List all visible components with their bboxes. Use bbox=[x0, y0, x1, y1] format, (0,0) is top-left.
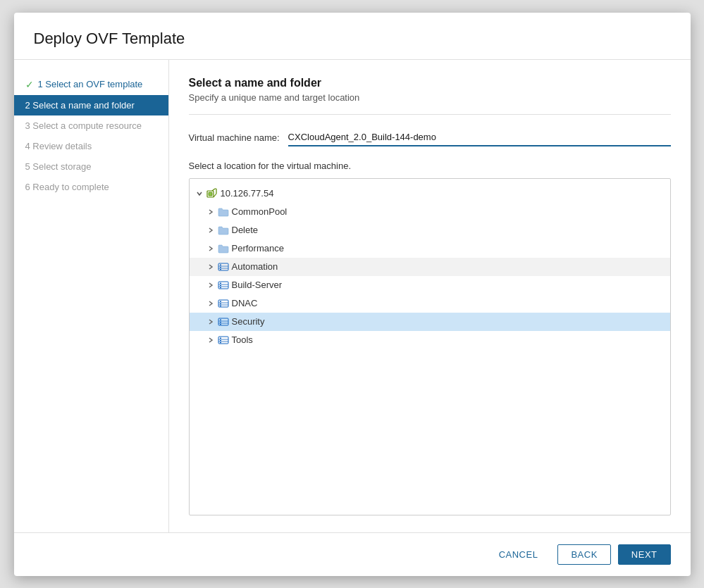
dialog-body: ✓ 1 Select an OVF template 2 Select a na… bbox=[14, 60, 691, 532]
datacenter-icon bbox=[218, 261, 229, 273]
tree-item-build-server-label: Build-Server bbox=[232, 280, 283, 290]
svg-line-2 bbox=[212, 189, 215, 191]
svg-rect-9 bbox=[220, 264, 221, 265]
vm-name-input[interactable] bbox=[288, 129, 671, 146]
tree-item-security[interactable]: Security bbox=[190, 313, 670, 331]
tree-item-performance-label: Performance bbox=[232, 243, 284, 254]
datacenter-icon bbox=[218, 334, 229, 346]
datacenter-icon bbox=[218, 280, 229, 291]
content-divider bbox=[189, 114, 671, 115]
vm-name-label: Virtual machine name: bbox=[189, 132, 280, 143]
next-button[interactable]: NEXT bbox=[618, 544, 671, 565]
tree-item-commonpool-label: CommonPool bbox=[232, 206, 288, 217]
dialog-footer: CANCEL BACK NEXT bbox=[14, 532, 691, 576]
server-icon bbox=[206, 188, 218, 199]
chevron-right-icon bbox=[206, 208, 215, 216]
svg-rect-27 bbox=[220, 319, 221, 320]
chevron-right-icon bbox=[206, 299, 215, 308]
sidebar-item-step1[interactable]: ✓ 1 Select an OVF template bbox=[14, 74, 168, 95]
svg-rect-29 bbox=[220, 323, 221, 325]
sidebar-item-step2[interactable]: 2 Select a name and folder bbox=[14, 95, 168, 115]
datacenter-icon bbox=[218, 316, 229, 327]
sidebar-item-step6-label: 6 Ready to complete bbox=[25, 182, 109, 192]
chevron-right-icon bbox=[206, 244, 215, 253]
sidebar: ✓ 1 Select an OVF template 2 Select a na… bbox=[14, 60, 169, 532]
back-button[interactable]: BACK bbox=[557, 544, 610, 565]
svg-rect-15 bbox=[220, 282, 221, 284]
svg-rect-28 bbox=[220, 321, 221, 323]
folder-icon bbox=[218, 243, 229, 254]
tree-root-node[interactable]: 10.126.77.54 bbox=[190, 184, 670, 203]
svg-rect-34 bbox=[220, 339, 221, 341]
content-subtitle: Specify a unique name and target locatio… bbox=[189, 92, 671, 103]
chevron-right-icon bbox=[206, 226, 215, 234]
tree-item-automation[interactable]: Automation bbox=[190, 258, 670, 276]
tree-item-tools[interactable]: Tools bbox=[190, 331, 670, 349]
chevron-right-icon bbox=[206, 281, 215, 289]
tree-item-automation-label: Automation bbox=[232, 261, 278, 272]
vm-name-row: Virtual machine name: bbox=[189, 129, 671, 146]
tree-item-performance[interactable]: Performance bbox=[190, 239, 670, 258]
location-label: Select a location for the virtual machin… bbox=[189, 161, 671, 171]
svg-rect-22 bbox=[220, 303, 221, 304]
sidebar-item-step2-label: 2 Select a name and folder bbox=[25, 100, 135, 111]
tree-root-label: 10.126.77.54 bbox=[221, 188, 274, 199]
svg-rect-1 bbox=[209, 192, 212, 196]
tree-item-dnac-label: DNAC bbox=[232, 298, 258, 308]
svg-rect-33 bbox=[220, 337, 221, 339]
datacenter-icon bbox=[218, 298, 229, 309]
svg-rect-23 bbox=[220, 305, 221, 306]
cancel-button[interactable]: CANCEL bbox=[486, 544, 551, 565]
check-icon: ✓ bbox=[25, 79, 34, 90]
sidebar-item-step4-label: 4 Review details bbox=[25, 141, 92, 151]
svg-rect-11 bbox=[220, 268, 221, 270]
chevron-right-icon bbox=[206, 318, 215, 326]
tree-container: 10.126.77.54 CommonPool bbox=[189, 178, 671, 515]
main-content: Select a name and folder Specify a uniqu… bbox=[169, 60, 691, 532]
sidebar-item-step3: 3 Select a compute resource bbox=[14, 115, 168, 136]
sidebar-item-step1-label: 1 Select an OVF template bbox=[38, 79, 143, 89]
svg-rect-16 bbox=[220, 284, 221, 286]
svg-line-5 bbox=[214, 194, 216, 197]
folder-icon bbox=[218, 206, 229, 218]
tree-item-build-server[interactable]: Build-Server bbox=[190, 276, 670, 294]
svg-rect-21 bbox=[220, 301, 221, 302]
sidebar-item-step4: 4 Review details bbox=[14, 136, 168, 156]
tree-item-commonpool[interactable]: CommonPool bbox=[190, 203, 670, 221]
sidebar-item-step5-label: 5 Select storage bbox=[25, 161, 92, 172]
svg-rect-10 bbox=[220, 266, 221, 268]
tree-item-dnac[interactable]: DNAC bbox=[190, 294, 670, 313]
content-title: Select a name and folder bbox=[189, 77, 671, 89]
sidebar-item-step5: 5 Select storage bbox=[14, 156, 168, 177]
tree-item-tools-label: Tools bbox=[232, 334, 253, 345]
sidebar-item-step6: 6 Ready to complete bbox=[14, 177, 168, 197]
svg-rect-17 bbox=[220, 287, 221, 288]
svg-rect-35 bbox=[220, 342, 221, 343]
deploy-ovf-dialog: Deploy OVF Template ✓ 1 Select an OVF te… bbox=[14, 13, 691, 576]
chevron-down-icon bbox=[195, 189, 204, 198]
dialog-header: Deploy OVF Template bbox=[14, 13, 691, 60]
tree-item-delete-label: Delete bbox=[232, 225, 259, 235]
chevron-right-icon bbox=[206, 336, 215, 344]
tree-item-security-label: Security bbox=[232, 316, 265, 327]
sidebar-item-step3-label: 3 Select a compute resource bbox=[25, 120, 142, 131]
chevron-right-icon bbox=[206, 263, 215, 271]
tree-item-delete[interactable]: Delete bbox=[190, 221, 670, 239]
dialog-title: Deploy OVF Template bbox=[34, 30, 671, 48]
folder-icon bbox=[218, 225, 229, 236]
